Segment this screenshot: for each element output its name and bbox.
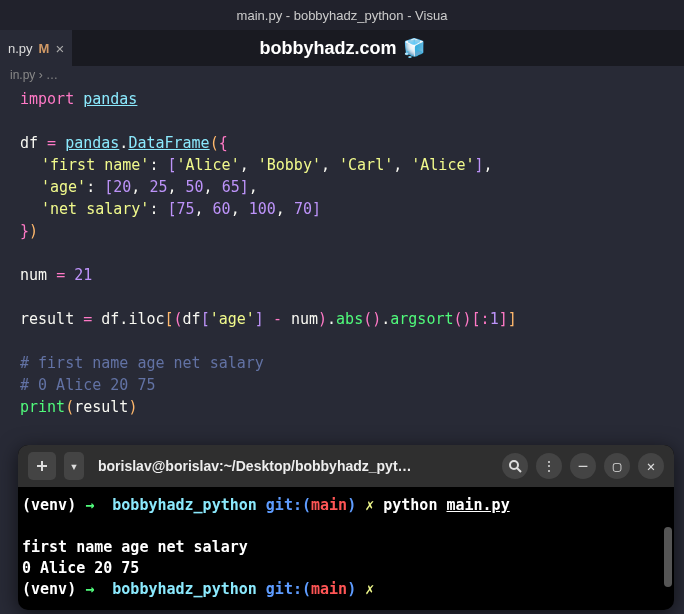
svg-rect-1 — [37, 465, 47, 467]
tab-modified-indicator: M — [39, 41, 50, 56]
terminal-titlebar[interactable]: ▾ borislav@borislav:~/Desktop/bobbyhadz_… — [18, 445, 674, 487]
svg-line-3 — [517, 468, 521, 472]
code-line: import pandas — [20, 88, 684, 110]
menu-icon[interactable]: ⋮ — [536, 453, 562, 479]
terminal-output-header: first name age net salary — [22, 537, 670, 558]
svg-point-2 — [510, 461, 518, 469]
code-line — [20, 330, 684, 352]
code-line: # first name age net salary — [20, 352, 684, 374]
dropdown-button[interactable]: ▾ — [64, 452, 84, 480]
code-line: 'age': [20, 25, 50, 65], — [20, 176, 684, 198]
terminal-title: borislav@borislav:~/Desktop/bobbyhadz_py… — [92, 458, 494, 474]
new-tab-button[interactable] — [28, 452, 56, 480]
cube-icon: 🧊 — [403, 37, 425, 59]
code-line: df = pandas.DataFrame({ — [20, 132, 684, 154]
scrollbar[interactable] — [664, 527, 672, 587]
tab-bar: n.py M × bobbyhadz.com 🧊 — [0, 30, 684, 66]
window-title: main.py - bobbyhadz_python - Visua — [237, 8, 448, 23]
overlay-brand: bobbyhadz.com 🧊 — [0, 30, 684, 66]
terminal-line: (venv) → bobbyhadz_python git:(main) ✗ p… — [22, 495, 670, 516]
breadcrumb-separator: › — [39, 68, 43, 82]
terminal-window: ▾ borislav@borislav:~/Desktop/bobbyhadz_… — [18, 445, 674, 610]
minimize-button[interactable]: ─ — [570, 453, 596, 479]
tab-filename: n.py — [8, 41, 33, 56]
code-line — [20, 110, 684, 132]
window-titlebar: main.py - bobbyhadz_python - Visua — [0, 0, 684, 30]
code-line: result = df.iloc[(df['age'] - num).abs()… — [20, 308, 684, 330]
code-line: print(result) — [20, 396, 684, 418]
code-line — [20, 242, 684, 264]
close-icon[interactable]: × — [55, 40, 64, 57]
code-line: 'net salary': [75, 60, 100, 70] — [20, 198, 684, 220]
close-button[interactable]: ✕ — [638, 453, 664, 479]
breadcrumb[interactable]: in.py › … — [0, 66, 684, 84]
terminal-line: (venv) → bobbyhadz_python git:(main) ✗ — [22, 579, 670, 600]
code-line: }) — [20, 220, 684, 242]
overlay-text: bobbyhadz.com — [259, 38, 396, 59]
code-line: num = 21 — [20, 264, 684, 286]
terminal-output-row: 0 Alice 20 75 — [22, 558, 670, 579]
code-line: 'first name': ['Alice', 'Bobby', 'Carl',… — [20, 154, 684, 176]
maximize-button[interactable]: ▢ — [604, 453, 630, 479]
terminal-line — [22, 516, 670, 537]
tab-main-py[interactable]: n.py M × — [0, 30, 72, 66]
breadcrumb-more: … — [46, 68, 58, 82]
breadcrumb-file: in.py — [10, 68, 35, 82]
code-editor[interactable]: import pandas df = pandas.DataFrame({ 'f… — [0, 84, 684, 418]
terminal-body[interactable]: (venv) → bobbyhadz_python git:(main) ✗ p… — [18, 487, 674, 610]
search-icon[interactable] — [502, 453, 528, 479]
code-line: # 0 Alice 20 75 — [20, 374, 684, 396]
code-line — [20, 286, 684, 308]
